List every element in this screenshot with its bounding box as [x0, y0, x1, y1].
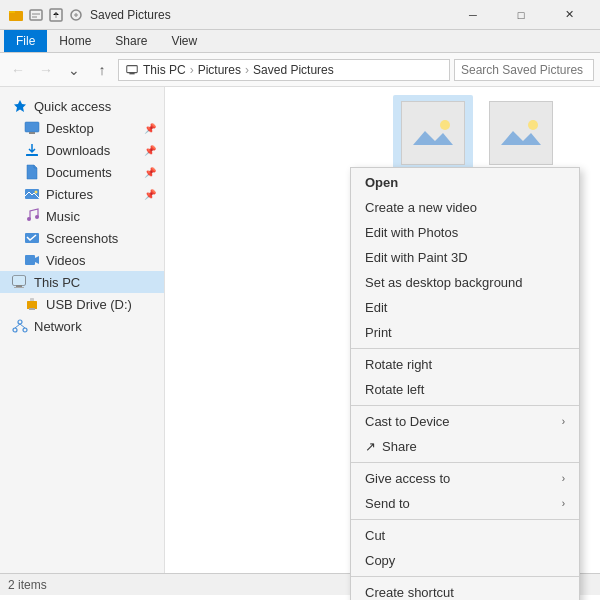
ctx-copy[interactable]: Copy [351, 548, 579, 573]
ctx-print[interactable]: Print [351, 320, 579, 345]
ctx-rotate-left[interactable]: Rotate left [351, 377, 579, 402]
downloads-icon [24, 142, 40, 158]
tab-file[interactable]: File [4, 30, 47, 52]
sidebar-label-music: Music [46, 209, 80, 224]
sidebar-label-network: Network [34, 319, 82, 334]
file-thumb-4 [489, 101, 553, 165]
tab-share[interactable]: Share [103, 30, 159, 52]
sidebar-label-videos: Videos [46, 253, 86, 268]
recent-button[interactable]: ⌄ [62, 58, 86, 82]
sidebar-item-videos[interactable]: Videos [0, 249, 164, 271]
svg-rect-17 [13, 276, 25, 285]
sidebar-label-pictures: Pictures [46, 187, 93, 202]
sidebar-item-network[interactable]: Network [0, 315, 164, 337]
tab-home[interactable]: Home [47, 30, 103, 52]
ctx-create-new-video[interactable]: Create a new video [351, 195, 579, 220]
ctx-open[interactable]: Open [351, 170, 579, 195]
ctx-give-access[interactable]: Give access to › [351, 466, 579, 491]
forward-button[interactable]: → [34, 58, 58, 82]
ctx-arrow-access: › [562, 473, 565, 484]
sidebar-item-downloads[interactable]: Downloads 📌 [0, 139, 164, 161]
sidebar-label-quick-access: Quick access [34, 99, 111, 114]
svg-point-31 [528, 120, 538, 130]
sidebar-item-music[interactable]: Music [0, 205, 164, 227]
svg-rect-30 [497, 113, 545, 153]
pin-icon-documents: 📌 [144, 167, 156, 178]
svg-rect-21 [30, 298, 34, 301]
pin-icon-downloads: 📌 [144, 145, 156, 156]
sidebar-item-desktop[interactable]: Desktop 📌 [0, 117, 164, 139]
svg-line-26 [15, 324, 20, 328]
ctx-cut[interactable]: Cut [351, 523, 579, 548]
ctx-set-desktop[interactable]: Set as desktop background [351, 270, 579, 295]
svg-point-13 [35, 215, 39, 219]
minimize-button[interactable]: ─ [450, 0, 496, 30]
address-path[interactable]: This PC › Pictures › Saved Pictures [118, 59, 450, 81]
sidebar-label-downloads: Downloads [46, 143, 110, 158]
ctx-separator-2 [351, 405, 579, 406]
svg-rect-20 [27, 301, 37, 309]
svg-point-11 [35, 191, 38, 194]
svg-point-23 [18, 320, 22, 324]
ctx-arrow-cast: › [562, 416, 565, 427]
ctx-edit-photos[interactable]: Edit with Photos [351, 220, 579, 245]
sidebar-item-this-pc[interactable]: This PC [0, 271, 164, 293]
ctx-edit-paint-3d[interactable]: Edit with Paint 3D [351, 245, 579, 270]
svg-point-29 [440, 120, 450, 130]
context-menu: Open Create a new video Edit with Photos… [350, 167, 580, 600]
sidebar-label-screenshots: Screenshots [46, 231, 118, 246]
search-input[interactable] [454, 59, 594, 81]
ctx-create-shortcut[interactable]: Create shortcut [351, 580, 579, 600]
maximize-button[interactable]: □ [498, 0, 544, 30]
ribbon: File Home Share View [0, 30, 600, 53]
pictures-icon [24, 186, 40, 202]
thispc-icon [12, 274, 28, 290]
music-icon [24, 208, 40, 224]
sidebar-item-pictures[interactable]: Pictures 📌 [0, 183, 164, 205]
svg-marker-6 [14, 100, 26, 112]
address-bar: ← → ⌄ ↑ This PC › Pictures › Saved Pictu… [0, 53, 600, 87]
ctx-edit[interactable]: Edit [351, 295, 579, 320]
sidebar-item-quick-access[interactable]: Quick access [0, 95, 164, 117]
svg-rect-28 [409, 113, 457, 153]
svg-rect-9 [26, 154, 38, 156]
tab-view[interactable]: View [159, 30, 209, 52]
svg-rect-19 [14, 287, 24, 288]
ctx-separator-3 [351, 462, 579, 463]
ctx-cast-to-device[interactable]: Cast to Device › [351, 409, 579, 434]
usb-icon [24, 296, 40, 312]
sidebar-item-screenshots[interactable]: Screenshots [0, 227, 164, 249]
videos-icon [24, 252, 40, 268]
tb-icon-2 [28, 7, 44, 23]
pin-icon-desktop: 📌 [144, 123, 156, 134]
pin-icon-pictures: 📌 [144, 189, 156, 200]
svg-rect-7 [25, 122, 39, 132]
window-title: Saved Pictures [90, 8, 444, 22]
svg-line-27 [20, 324, 25, 328]
ctx-rotate-right[interactable]: Rotate right [351, 352, 579, 377]
svg-rect-8 [29, 132, 35, 134]
svg-rect-2 [30, 10, 42, 20]
svg-point-24 [13, 328, 17, 332]
thispc-small-icon [125, 63, 139, 77]
sidebar-item-usb[interactable]: USB Drive (D:) [0, 293, 164, 315]
window-controls[interactable]: ─ □ ✕ [450, 0, 592, 30]
svg-rect-18 [16, 285, 22, 287]
content-area: (3).png Picture (4).png Open Create a ne… [165, 87, 600, 573]
close-button[interactable]: ✕ [546, 0, 592, 30]
main-layout: Quick access Desktop 📌 Downloads 📌 [0, 87, 600, 573]
svg-point-12 [27, 217, 31, 221]
ctx-send-to[interactable]: Send to › [351, 491, 579, 516]
desktop-icon [24, 120, 40, 136]
ctx-share[interactable]: ↗ Share [351, 434, 579, 459]
path-part-3: Saved Pictures [253, 63, 334, 77]
sidebar-item-documents[interactable]: Documents 📌 [0, 161, 164, 183]
back-button[interactable]: ← [6, 58, 30, 82]
up-button[interactable]: ↑ [90, 58, 114, 82]
title-bar: Saved Pictures ─ □ ✕ [0, 0, 600, 30]
image-thumb-icon-3 [409, 113, 457, 153]
path-part-1: This PC [143, 63, 186, 77]
image-thumb-icon-4 [497, 113, 545, 153]
svg-point-25 [23, 328, 27, 332]
sidebar: Quick access Desktop 📌 Downloads 📌 [0, 87, 165, 573]
